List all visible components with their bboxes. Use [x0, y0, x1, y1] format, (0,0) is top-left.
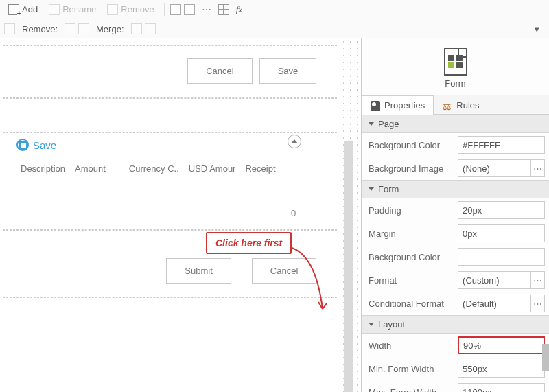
- tab-rules-label: Rules: [456, 100, 479, 111]
- remove2-label: Remove:: [22, 24, 58, 34]
- save-link[interactable]: Save: [3, 133, 337, 157]
- form-canvas[interactable]: Cancel Save Save Description Amount Curr…: [0, 38, 340, 392]
- label-minwidth: Min. Form Width: [369, 364, 458, 374]
- toolbar-overflow[interactable]: [535, 24, 545, 34]
- remove-button: Remove: [103, 3, 158, 16]
- merge-label: Merge:: [96, 24, 124, 34]
- merge-icon-2: [145, 23, 156, 34]
- input-condformat[interactable]: (Default)⋯: [458, 295, 545, 312]
- selection-shade: [344, 141, 353, 392]
- ellipsis-icon[interactable]: ⋯: [530, 272, 544, 288]
- label-margin: Margin: [369, 229, 458, 239]
- col-usd: USD Amour: [189, 163, 236, 174]
- total-value: 0: [3, 181, 337, 225]
- section-layout[interactable]: Layout: [362, 315, 549, 334]
- input-margin[interactable]: 0px: [458, 224, 545, 242]
- scrollbar-thumb[interactable]: [542, 344, 549, 371]
- tab-properties[interactable]: Properties: [362, 95, 434, 115]
- separator: [164, 3, 165, 16]
- row2-icon-1: [4, 23, 15, 34]
- rename-icon: [49, 4, 60, 15]
- tab-properties-label: Properties: [384, 100, 425, 111]
- col-amount: Amount: [75, 163, 106, 174]
- callout-annotation: Click here first: [206, 232, 292, 254]
- input-width[interactable]: 90%: [458, 336, 545, 354]
- ellipsis-icon[interactable]: ⋯: [530, 160, 544, 176]
- input-page-bgimage[interactable]: (None)⋯: [458, 159, 545, 177]
- rules-icon: [443, 101, 452, 111]
- label-maxwidth: Max. Form Width: [369, 387, 458, 393]
- input-padding[interactable]: 20px: [458, 201, 545, 219]
- section-page[interactable]: Page: [362, 115, 549, 133]
- label-bgcolor: Background Color: [369, 140, 458, 150]
- tool-icon-2[interactable]: [184, 4, 195, 15]
- col-receipt: Receipt: [245, 163, 275, 174]
- remove-row-icon: [78, 23, 89, 34]
- properties-icon: [371, 101, 380, 111]
- label-form-bgcolor: Background Color: [369, 252, 458, 262]
- save-icon: [16, 139, 29, 151]
- section-form[interactable]: Form: [362, 180, 549, 198]
- col-currency: Currency C..: [129, 163, 179, 174]
- submit-button[interactable]: Submit: [166, 258, 231, 284]
- properties-panel: Form Properties Rules Page Background Co…: [361, 38, 549, 392]
- merge-icon-1: [131, 23, 142, 34]
- col-description: Description: [21, 163, 65, 174]
- save-button[interactable]: Save: [259, 58, 317, 84]
- grid-icon[interactable]: [218, 4, 229, 15]
- label-format: Format: [369, 275, 458, 286]
- tool-icon-1[interactable]: [170, 4, 181, 15]
- input-maxwidth[interactable]: 1100px: [458, 383, 545, 392]
- input-format[interactable]: (Custom)⋯: [458, 271, 545, 289]
- label-padding: Padding: [369, 205, 458, 216]
- rename-label: Rename: [62, 4, 96, 14]
- remove-col-icon: [65, 23, 75, 34]
- cancel-button[interactable]: Cancel: [187, 58, 252, 84]
- remove-label: Remove: [121, 4, 154, 14]
- add-label: Add: [22, 4, 38, 14]
- add-button[interactable]: Add: [4, 3, 42, 16]
- form-icon: [444, 48, 467, 76]
- fx-button[interactable]: fx: [232, 3, 246, 16]
- save-link-label: Save: [33, 139, 56, 151]
- add-icon: [8, 4, 19, 15]
- toolbar: Add Rename Remove fx Remove: Merge:: [0, 0, 549, 38]
- panel-title: Form: [362, 78, 549, 89]
- callout-text: Click here first: [206, 232, 292, 254]
- more-icon[interactable]: [198, 3, 215, 16]
- column-headers: Description Amount Currency C.. USD Amou…: [3, 157, 337, 181]
- ellipsis-icon[interactable]: ⋯: [530, 295, 544, 312]
- tab-rules[interactable]: Rules: [434, 95, 488, 115]
- input-minwidth[interactable]: 550px: [458, 360, 545, 378]
- merge-label-group: Merge:: [92, 23, 128, 36]
- remove2-label-group: Remove:: [18, 23, 62, 36]
- input-form-bgcolor[interactable]: [458, 248, 545, 266]
- label-bgimage: Background Image: [369, 163, 458, 174]
- rename-button: Rename: [45, 3, 100, 16]
- label-width: Width: [369, 341, 458, 351]
- remove-icon: [107, 4, 118, 15]
- label-condformat: Conditional Format: [369, 299, 458, 309]
- input-page-bgcolor[interactable]: #FFFFFF: [458, 136, 545, 154]
